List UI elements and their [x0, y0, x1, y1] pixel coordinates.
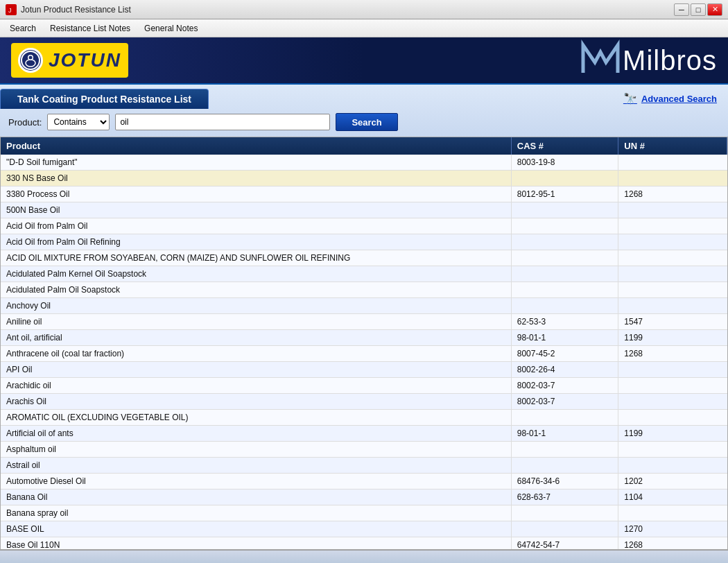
- app-icon: J: [6, 4, 17, 15]
- menu-resistance-list-notes[interactable]: Resistance List Notes: [43, 21, 137, 35]
- table-row[interactable]: Automotive Diesel Oil68476-34-61202: [1, 474, 727, 490]
- cell-product: 330 NS Base Oil: [1, 171, 511, 187]
- cell-cas: 98-01-1: [511, 426, 618, 442]
- table-row[interactable]: Banana Oil628-63-71104: [1, 490, 727, 505]
- table-row[interactable]: Acidulated Palm Kernel Oil Soapstock: [1, 266, 727, 282]
- search-button[interactable]: Search: [336, 113, 397, 131]
- cell-cas: 8002-03-7: [511, 394, 618, 410]
- cell-cas: 98-01-1: [511, 330, 618, 346]
- cell-un: 1202: [618, 474, 727, 490]
- table-row[interactable]: 3380 Process Oil8012-95-11268: [1, 187, 727, 202]
- cell-cas: [511, 298, 618, 314]
- cell-un: [618, 378, 727, 394]
- svg-point-3: [26, 60, 35, 67]
- cell-cas: [511, 266, 618, 282]
- table-row[interactable]: 330 NS Base Oil: [1, 171, 727, 187]
- cell-product: BASE OIL: [1, 521, 511, 537]
- cell-cas: 68476-34-6: [511, 474, 618, 490]
- table-row[interactable]: Astrail oil: [1, 458, 727, 474]
- cell-product: Astrail oil: [1, 458, 511, 474]
- table-row[interactable]: Arachidic oil8002-03-7: [1, 378, 727, 394]
- table-row[interactable]: Aniline oil62-53-31547: [1, 314, 727, 330]
- menu-general-notes[interactable]: General Notes: [137, 21, 205, 35]
- milbros-m-icon: [580, 38, 621, 83]
- table-row[interactable]: BASE OIL1270: [1, 521, 727, 537]
- menu-search[interactable]: Search: [3, 21, 43, 35]
- cell-product: "D-D Soil fumigant": [1, 155, 511, 171]
- search-title-tab: Tank Coating Product Resistance List: [0, 89, 209, 109]
- table-row[interactable]: Anchovy Oil: [1, 298, 727, 314]
- cell-product: Acidulated Palm Oil Soapstock: [1, 282, 511, 298]
- contains-select[interactable]: Contains: [47, 114, 110, 130]
- cell-product: Acidulated Palm Kernel Oil Soapstock: [1, 266, 511, 282]
- col-cas: CAS #: [511, 137, 618, 155]
- cell-product: Anchovy Oil: [1, 298, 511, 314]
- cell-product: Acid Oil from Palm Oil Refining: [1, 234, 511, 250]
- cell-cas: 8012-95-1: [511, 187, 618, 202]
- search-area: Tank Coating Product Resistance List 🔭 A…: [0, 85, 728, 137]
- title-bar: J Jotun Product Resistance List ─ □ ✕: [0, 0, 728, 19]
- table-row[interactable]: ACID OIL MIXTURE FROM SOYABEAN, CORN (MA…: [1, 250, 727, 266]
- table-row[interactable]: Ant oil, artificial98-01-11199: [1, 330, 727, 346]
- cell-cas: [511, 202, 618, 218]
- maximize-button[interactable]: □: [691, 3, 706, 16]
- cell-product: Asphaltum oil: [1, 442, 511, 458]
- cell-product: Ant oil, artificial: [1, 330, 511, 346]
- jotun-logo: JOTUN: [11, 43, 128, 78]
- cell-un: [618, 282, 727, 298]
- table-row[interactable]: Anthracene oil (coal tar fraction)8007-4…: [1, 346, 727, 362]
- cell-product: Automotive Diesel Oil: [1, 474, 511, 490]
- table-row[interactable]: AROMATIC OIL (EXCLUDING VEGETABLE OIL): [1, 410, 727, 426]
- cell-product: Acid Oil from Palm Oil: [1, 218, 511, 234]
- jotun-circle-icon: [18, 48, 43, 73]
- status-bar: [0, 550, 728, 563]
- cell-un: [618, 155, 727, 171]
- cell-cas: 8002-26-4: [511, 362, 618, 378]
- cell-un: [618, 250, 727, 266]
- results-table-container[interactable]: Product CAS # UN # "D-D Soil fumigant"80…: [0, 137, 728, 550]
- table-row[interactable]: 500N Base Oil: [1, 202, 727, 218]
- cell-cas: [511, 282, 618, 298]
- cell-cas: 62-53-3: [511, 314, 618, 330]
- cell-un: [618, 505, 727, 521]
- cell-cas: [511, 505, 618, 521]
- table-body: "D-D Soil fumigant"8003-19-8330 NS Base …: [1, 155, 727, 550]
- cell-un: [618, 298, 727, 314]
- window-controls: ─ □ ✕: [674, 3, 722, 16]
- close-button[interactable]: ✕: [707, 3, 722, 16]
- svg-text:J: J: [8, 7, 12, 14]
- cell-un: [618, 410, 727, 426]
- table-row[interactable]: Arachis Oil8002-03-7: [1, 394, 727, 410]
- cell-un: [618, 202, 727, 218]
- table-row[interactable]: Acidulated Palm Oil Soapstock: [1, 282, 727, 298]
- cell-un: [618, 394, 727, 410]
- cell-cas: 8003-19-8: [511, 155, 618, 171]
- table-row[interactable]: Asphaltum oil: [1, 442, 727, 458]
- cell-cas: [511, 442, 618, 458]
- minimize-button[interactable]: ─: [674, 3, 689, 16]
- product-label: Product:: [8, 117, 42, 128]
- table-row[interactable]: "D-D Soil fumigant"8003-19-8: [1, 155, 727, 171]
- svg-point-5: [29, 56, 33, 60]
- table-row[interactable]: Acid Oil from Palm Oil Refining: [1, 234, 727, 250]
- cell-cas: [511, 218, 618, 234]
- table-row[interactable]: Artificial oil of ants98-01-11199: [1, 426, 727, 442]
- cell-product: Banana spray oil: [1, 505, 511, 521]
- table-row[interactable]: Banana spray oil: [1, 505, 727, 521]
- cell-cas: [511, 171, 618, 187]
- cell-un: [618, 458, 727, 474]
- cell-un: [618, 442, 727, 458]
- cell-product: Arachis Oil: [1, 394, 511, 410]
- cell-product: Arachidic oil: [1, 378, 511, 394]
- cell-cas: [511, 458, 618, 474]
- cell-product: Banana Oil: [1, 490, 511, 505]
- table-row[interactable]: API Oil8002-26-4: [1, 362, 727, 378]
- cell-cas: 64742-54-7: [511, 537, 618, 551]
- search-input[interactable]: [115, 114, 330, 130]
- cell-un: 1199: [618, 426, 727, 442]
- cell-un: [618, 266, 727, 282]
- table-row[interactable]: Acid Oil from Palm Oil: [1, 218, 727, 234]
- milbros-logo: Milbros: [580, 38, 717, 83]
- advanced-search-link[interactable]: 🔭 Advanced Search: [623, 92, 717, 105]
- table-row[interactable]: Base Oil 110N64742-54-71268: [1, 537, 727, 551]
